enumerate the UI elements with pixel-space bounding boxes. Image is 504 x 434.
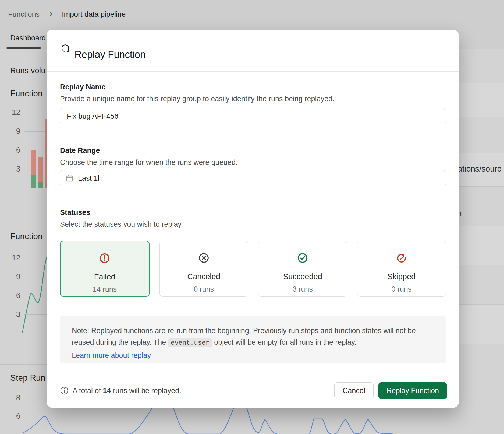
date-range-description: Choose the time range for when the runs … (60, 158, 237, 167)
status-card-canceled[interactable]: Canceled 0 runs (159, 241, 249, 297)
event-user-code-chip: event.user (168, 338, 212, 347)
chart1-tick-9: 9 (9, 127, 20, 136)
footer-buttons: Cancel Replay Function (334, 382, 447, 399)
modal-footer: A total of 14 runs will be replayed. Can… (47, 373, 459, 408)
replay-function-modal: Replay Function Replay Name Provide a un… (47, 30, 459, 408)
x-circle-icon (198, 252, 210, 264)
chart1-tick-12: 12 (9, 108, 20, 117)
chart1-title: Function (10, 89, 43, 99)
bar-green (38, 182, 43, 188)
summary-count: 14 (103, 387, 111, 395)
bar-green (31, 175, 36, 188)
date-range-value: Last 1h (78, 174, 102, 183)
chart1-tick-3: 3 (9, 164, 20, 173)
status-cards-row: Failed 14 runs Canceled 0 runs Succeeded… (60, 241, 446, 297)
status-name: Succeeded (258, 272, 347, 281)
status-card-succeeded[interactable]: Succeeded 3 runs (258, 241, 347, 297)
date-range-select[interactable]: Last 1h (60, 170, 446, 186)
bar-red (38, 157, 43, 182)
alert-circle-icon (98, 252, 111, 264)
date-range-label: Date Range (60, 146, 100, 155)
breadcrumb-functions[interactable]: Functions (8, 10, 40, 19)
status-run-count: 0 runs (357, 285, 446, 293)
status-run-count: 0 runs (160, 285, 248, 293)
check-circle-icon (296, 252, 309, 264)
breadcrumb-chevron-icon: › (49, 8, 52, 19)
chart2-title: Function (10, 232, 43, 241)
breadcrumb-current: Import data pipeline (62, 10, 126, 19)
status-name: Failed (61, 272, 149, 281)
status-name: Skipped (357, 272, 446, 281)
skip-forward-circle-icon (395, 252, 408, 264)
replay-summary: A total of 14 runs will be replayed. (60, 386, 181, 395)
chart1-tick-6: 6 (9, 146, 20, 155)
cancel-button[interactable]: Cancel (334, 382, 374, 399)
replay-function-button[interactable]: Replay Function (378, 382, 447, 399)
learn-more-link[interactable]: Learn more about replay (72, 350, 151, 361)
status-card-skipped[interactable]: Skipped 0 runs (357, 241, 446, 297)
replay-note: Note: Replayed functions are re-run from… (60, 316, 446, 363)
modal-header-divider (47, 71, 459, 72)
replay-name-input[interactable] (60, 108, 446, 124)
status-name: Canceled (160, 272, 248, 281)
status-run-count: 14 runs (61, 285, 149, 294)
statuses-description: Select the statuses you wish to replay. (60, 220, 183, 229)
chart3-title: Step Run (10, 373, 45, 383)
tab-dashboard[interactable]: Dashboard (10, 34, 46, 42)
replay-name-description: Provide a unique name for this replay gr… (60, 95, 335, 103)
calendar-icon (66, 174, 74, 182)
truncated-path-text: ations/sourc (458, 164, 501, 173)
replay-icon (60, 43, 71, 54)
summary-prefix: A total of (73, 387, 103, 395)
runs-volume-title: Runs volu (10, 66, 45, 75)
summary-suffix: runs will be replayed. (111, 387, 181, 395)
note-text-suffix: object will be empty for all runs in the… (212, 338, 357, 346)
statuses-label: Statuses (60, 208, 90, 217)
bar-red (31, 150, 36, 175)
green-line-chart (0, 242, 47, 335)
info-icon (60, 386, 69, 395)
modal-title: Replay Function (74, 49, 145, 60)
status-run-count: 3 runs (258, 285, 347, 293)
status-card-failed[interactable]: Failed 14 runs (60, 241, 150, 297)
replay-name-label: Replay Name (60, 83, 106, 91)
